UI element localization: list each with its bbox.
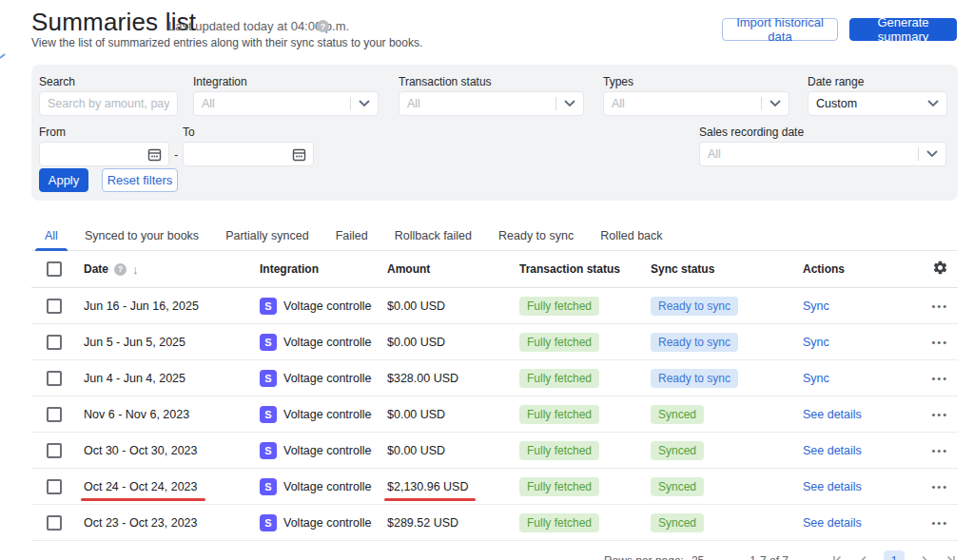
transaction-status-badge: Fully fetched: [519, 297, 599, 316]
integration-select[interactable]: All: [193, 91, 379, 116]
calendar-icon[interactable]: [285, 147, 313, 162]
column-integration: Integration: [260, 262, 319, 276]
row-integration: Voltage controlled amp…: [283, 372, 372, 385]
table-row: Nov 6 - Nov 6, 2023 SVoltage controlled …: [31, 396, 958, 433]
from-label: From: [39, 126, 66, 139]
page-number[interactable]: 1: [884, 550, 905, 560]
tab-failed[interactable]: Failed: [322, 222, 381, 250]
sales-recording-date-value: All: [700, 147, 918, 161]
row-date: Oct 30 - Oct 30, 2023: [84, 444, 198, 457]
types-label: Types: [603, 75, 633, 88]
row-checkbox[interactable]: [47, 299, 62, 314]
table-row: Oct 30 - Oct 30, 2023 SVoltage controlle…: [31, 433, 958, 469]
row-checkbox[interactable]: [47, 443, 62, 458]
row-action-link[interactable]: Sync: [803, 336, 829, 349]
sync-status-badge: Synced: [651, 441, 704, 460]
chevron-down-icon[interactable]: [351, 100, 378, 107]
more-menu-icon[interactable]: •••: [931, 373, 948, 384]
row-integration: Voltage controlled amp…: [283, 408, 372, 421]
date-help-icon[interactable]: ?: [114, 263, 127, 276]
row-date: Jun 4 - Jun 4, 2025: [84, 372, 185, 385]
table-row: Jun 5 - Jun 5, 2025 SVoltage controlled …: [31, 324, 958, 360]
row-integration: Voltage controlled amp…: [283, 516, 372, 530]
date-range-label: Date range: [808, 75, 864, 88]
left-edge-mark: [0, 53, 6, 59]
row-checkbox[interactable]: [47, 407, 62, 422]
tab-rolled-back[interactable]: Rolled back: [587, 222, 675, 250]
date-range-separator: -: [174, 147, 178, 162]
row-date: Nov 6 - Nov 6, 2023: [84, 408, 189, 421]
rows-per-page-value[interactable]: 25: [692, 554, 704, 560]
first-page-icon[interactable]: [830, 554, 844, 560]
table-row: Oct 23 - Oct 23, 2023 SVoltage controlle…: [31, 505, 958, 541]
row-action-link[interactable]: See details: [803, 408, 862, 421]
search-input-wrap: [39, 91, 178, 116]
table-footer: Rows per page: 25 1-7 of 7 1: [31, 550, 958, 560]
chevron-down-icon[interactable]: [762, 100, 789, 107]
row-integration: Voltage controlled amp…: [283, 299, 372, 313]
import-historical-data-button[interactable]: Import historical data: [722, 18, 838, 41]
from-date-input-wrap: [39, 142, 169, 166]
gear-icon[interactable]: [932, 260, 948, 279]
column-settings: [918, 260, 958, 279]
types-value: All: [604, 97, 761, 110]
stripe-icon: S: [260, 370, 277, 387]
row-checkbox[interactable]: [47, 371, 62, 386]
select-all-checkbox[interactable]: [47, 261, 62, 277]
search-input[interactable]: [40, 92, 177, 115]
more-menu-icon[interactable]: •••: [931, 337, 948, 348]
chevron-down-icon[interactable]: [920, 100, 946, 107]
transaction-status-select[interactable]: All: [399, 91, 584, 116]
tab-partially-synced[interactable]: Partially synced: [212, 222, 322, 250]
more-menu-icon[interactable]: •••: [931, 445, 948, 456]
row-date: Jun 16 - Jun 16, 2025: [84, 299, 199, 313]
column-sync-status: Sync status: [651, 262, 714, 276]
row-checkbox[interactable]: [47, 479, 62, 494]
sort-descending-icon[interactable]: ↓: [132, 262, 139, 277]
summaries-table: Date ? ↓ Integration Amount Transaction …: [31, 251, 958, 541]
help-icon[interactable]: ?: [317, 20, 329, 32]
row-amount: $328.00 USD: [387, 372, 458, 385]
row-action-link[interactable]: See details: [803, 516, 862, 530]
row-checkbox[interactable]: [47, 515, 62, 531]
row-checkbox[interactable]: [47, 335, 62, 350]
date-range-select[interactable]: Custom: [808, 91, 947, 116]
row-action-link[interactable]: Sync: [803, 372, 829, 385]
row-integration: Voltage controlled amp…: [283, 480, 372, 493]
column-actions: Actions: [803, 262, 845, 276]
transaction-status-badge: Fully fetched: [519, 405, 599, 424]
sales-recording-date-select[interactable]: All: [699, 142, 946, 166]
reset-filters-button[interactable]: Reset filters: [102, 168, 178, 192]
sync-status-badge: Synced: [651, 513, 704, 532]
row-action-link[interactable]: See details: [803, 480, 862, 493]
tab-synced-to-your-books[interactable]: Synced to your books: [71, 222, 212, 250]
tab-ready-to-sync[interactable]: Ready to sync: [485, 222, 587, 250]
row-amount: $2,130.96 USD: [387, 480, 468, 493]
last-page-icon[interactable]: [945, 554, 958, 560]
chevron-down-icon[interactable]: [919, 150, 945, 158]
row-action-link[interactable]: Sync: [803, 299, 829, 313]
more-menu-icon[interactable]: •••: [931, 517, 948, 529]
more-menu-icon[interactable]: •••: [931, 481, 948, 492]
rows-per-page-label: Rows per page:: [604, 554, 684, 560]
to-date-input[interactable]: [184, 143, 285, 165]
previous-page-icon[interactable]: [857, 554, 870, 560]
more-menu-icon[interactable]: •••: [931, 300, 948, 312]
types-select[interactable]: All: [603, 91, 789, 116]
status-tabs: All Synced to your books Partially synce…: [31, 222, 958, 251]
generate-summary-button[interactable]: Generate summary: [849, 18, 957, 41]
calendar-icon[interactable]: [141, 147, 168, 162]
from-date-input[interactable]: [40, 143, 141, 165]
apply-button[interactable]: Apply: [39, 168, 88, 192]
row-amount: $289.52 USD: [387, 516, 458, 530]
row-action-link[interactable]: See details: [803, 444, 862, 457]
row-amount: $0.00 USD: [387, 299, 445, 313]
transaction-status-label: Transaction status: [399, 75, 492, 88]
next-page-icon[interactable]: [918, 554, 931, 560]
tab-rollback-failed[interactable]: Rollback failed: [381, 222, 485, 250]
filter-panel: Search Integration All Transaction statu…: [31, 65, 958, 201]
chevron-down-icon[interactable]: [556, 100, 583, 107]
table-row: Jun 4 - Jun 4, 2025 SVoltage controlled …: [31, 360, 958, 396]
tab-all[interactable]: All: [31, 222, 71, 250]
more-menu-icon[interactable]: •••: [931, 409, 948, 420]
